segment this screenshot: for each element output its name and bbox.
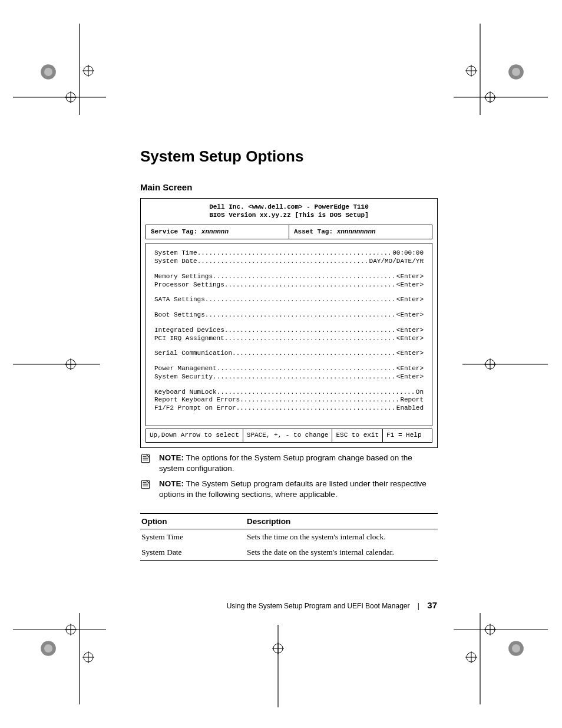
svg-point-12: [44, 68, 52, 76]
registration-star-icon: [508, 640, 524, 657]
bios-option-value: <Enter>: [394, 273, 424, 281]
note-icon: [140, 453, 151, 464]
bios-option-row: System Time00:00:00: [154, 249, 424, 258]
registration-target-icon: [272, 643, 284, 654]
bios-title-line-2: BIOS Version xx.yy.zz [This is DOS Setup…: [147, 212, 431, 220]
footer-chapter-title: Using the System Setup Program and UEFI …: [227, 602, 410, 610]
section-heading: Main Screen: [140, 182, 438, 192]
bios-option-value: <Enter>: [394, 327, 424, 335]
bios-option-row: Serial Communication<Enter>: [154, 350, 424, 358]
registration-target-icon: [82, 65, 94, 77]
bios-options-body: System Time00:00:00System DateDAY/MO/DAT…: [146, 243, 432, 426]
bios-tag-bar: Service Tag: xnnnnnn Asset Tag: xnnnnnnn…: [146, 225, 432, 240]
svg-rect-53: [141, 480, 150, 489]
bios-option-label: F1/F2 Prompt on Error: [154, 404, 236, 413]
svg-point-14: [512, 68, 520, 76]
bios-option-row: Memory Settings<Enter>: [154, 273, 424, 281]
bios-footer-cell: ESC to exit: [332, 429, 383, 442]
bios-option-label: Report Keyboard Errors: [154, 396, 240, 404]
bios-option-row: System DateDAY/MO/DATE/YR: [154, 258, 424, 266]
svg-rect-52: [141, 454, 150, 463]
note-text: NOTE: The System Setup program defaults …: [157, 479, 438, 500]
bios-option-label: SATA Settings: [154, 296, 205, 304]
bios-footer-keys: Up,Down Arrow to selectSPACE, +, - to ch…: [146, 429, 432, 443]
bios-title-line-1: Dell Inc. <www.dell.com> - PowerEdge T11…: [147, 203, 431, 212]
option-name: System Date: [140, 545, 246, 561]
bios-option-label: Memory Settings: [154, 273, 213, 281]
note-block: NOTE: The options for the System Setup p…: [140, 453, 438, 474]
bios-option-label: Processor Settings: [154, 281, 224, 289]
registration-star-icon: [40, 640, 57, 657]
bios-option-value: <Enter>: [394, 311, 424, 319]
bios-footer-cell: SPACE, +, - to change: [243, 429, 333, 442]
bios-option-value: <Enter>: [394, 350, 424, 358]
bios-option-row: Integrated Devices<Enter>: [154, 327, 424, 335]
note-icon: [140, 479, 151, 490]
bios-option-label: Power Management: [154, 365, 217, 373]
bios-option-label: Boot Settings: [154, 311, 205, 319]
option-description: Sets the time on the system's internal c…: [246, 529, 438, 545]
asset-tag-label: Asset Tag:: [294, 228, 333, 235]
bios-option-row: F1/F2 Prompt on ErrorEnabled: [154, 404, 424, 413]
asset-tag-value: xnnnnnnnnn: [337, 228, 376, 235]
option-description: Sets the date on the system's internal c…: [246, 545, 438, 561]
option-name: System Time: [140, 529, 246, 545]
bios-option-value: Report: [398, 396, 424, 404]
footer-page-number: 37: [427, 600, 437, 610]
bios-option-value: <Enter>: [394, 365, 424, 373]
bios-option-label: Keyboard NumLock: [154, 388, 217, 397]
options-table-header-description: Description: [246, 513, 438, 529]
registration-target-icon: [484, 358, 496, 370]
note-block: NOTE: The System Setup program defaults …: [140, 479, 438, 500]
bios-option-row: Keyboard NumLockOn: [154, 388, 424, 397]
table-row: System DateSets the date on the system's…: [140, 545, 438, 561]
bios-option-value: <Enter>: [394, 296, 424, 304]
bios-option-value: DAY/MO/DATE/YR: [367, 258, 424, 266]
svg-point-16: [44, 644, 52, 653]
registration-target-icon: [65, 91, 77, 103]
bios-option-label: System Date: [154, 258, 197, 266]
bios-option-value: <Enter>: [394, 335, 424, 343]
bios-option-label: Serial Communication: [154, 350, 232, 358]
bios-screenshot: Dell Inc. <www.dell.com> - PowerEdge T11…: [140, 198, 438, 448]
bios-option-row: Report Keyboard ErrorsReport: [154, 396, 424, 404]
bios-option-row: Power Management<Enter>: [154, 365, 424, 373]
table-row: System TimeSets the time on the system's…: [140, 529, 438, 545]
bios-option-label: System Security: [154, 373, 213, 381]
bios-footer-cell: F1 = Help: [383, 429, 425, 442]
registration-target-icon: [484, 624, 496, 635]
bios-option-row: Processor Settings<Enter>: [154, 281, 424, 289]
options-table: Option Description System TimeSets the t…: [140, 513, 438, 561]
bios-option-row: SATA Settings<Enter>: [154, 296, 424, 304]
registration-target-icon: [82, 651, 94, 663]
registration-target-icon: [65, 358, 77, 370]
registration-star-icon: [508, 64, 524, 80]
service-tag-label: Service Tag:: [151, 228, 197, 235]
registration-star-icon: [40, 64, 57, 80]
registration-target-icon: [465, 651, 477, 663]
bios-option-row: System Security<Enter>: [154, 373, 424, 381]
bios-option-value: <Enter>: [394, 373, 424, 381]
registration-target-icon: [465, 65, 477, 77]
bios-option-label: PCI IRQ Assignment: [154, 335, 224, 343]
bios-option-value: <Enter>: [394, 281, 424, 289]
service-tag-value: xnnnnnn: [201, 228, 229, 235]
options-table-header-option: Option: [140, 513, 246, 529]
bios-option-label: System Time: [154, 249, 197, 258]
svg-point-18: [512, 644, 520, 653]
bios-footer-cell: Up,Down Arrow to select: [146, 429, 243, 442]
bios-option-row: PCI IRQ Assignment<Enter>: [154, 335, 424, 343]
registration-target-icon: [65, 624, 77, 635]
bios-option-label: Integrated Devices: [154, 327, 224, 335]
bios-option-value: 00:00:00: [390, 249, 424, 258]
bios-option-row: Boot Settings<Enter>: [154, 311, 424, 319]
page-footer: Using the System Setup Program and UEFI …: [200, 600, 437, 610]
bios-option-value: Enabled: [394, 404, 424, 413]
bios-option-value: On: [414, 388, 424, 397]
page-heading: System Setup Options: [140, 147, 438, 166]
note-text: NOTE: The options for the System Setup p…: [157, 453, 438, 474]
registration-target-icon: [484, 91, 496, 103]
